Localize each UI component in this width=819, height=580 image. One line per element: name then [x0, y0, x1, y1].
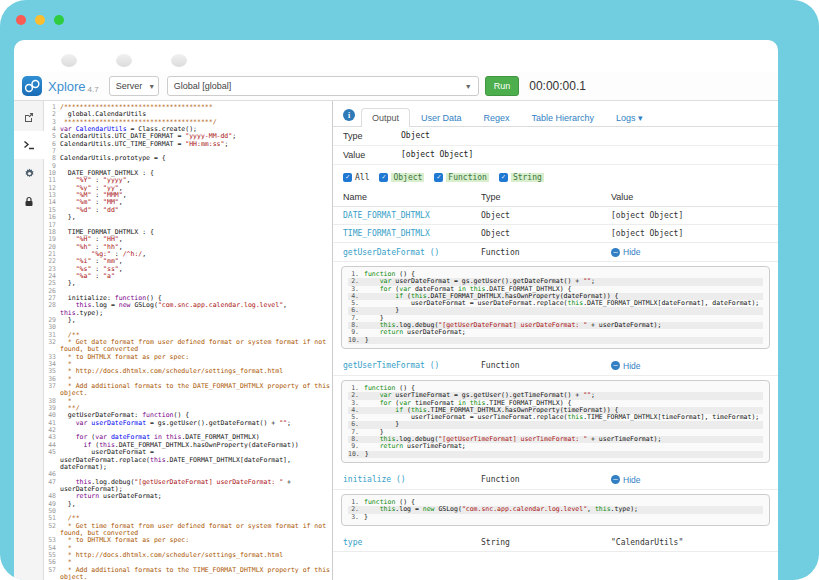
source-line: 6. }: [348, 421, 763, 428]
member-type: Function: [481, 248, 611, 257]
window-chrome: [14, 40, 778, 72]
close-window-button[interactable]: [16, 15, 26, 25]
code-line: 50: [46, 508, 332, 515]
filter-label: All: [355, 173, 369, 182]
code-line: 47 this.log.debug("[getUserDateFormat] u…: [46, 479, 332, 494]
open-in-new-window-button[interactable]: [14, 103, 44, 131]
target-select[interactable]: Server ▼: [109, 76, 159, 96]
code-line: 37 * Add additional formats to the DATE_…: [46, 383, 332, 398]
col-name: Name: [343, 192, 481, 202]
source-line: 9. return userTimeFormat;: [348, 443, 763, 450]
source-line: 2. this.log = new GSLog("com.snc.app.cal…: [348, 506, 763, 513]
chrome-dot-icon: [61, 54, 77, 67]
chevron-down-icon: ▼: [465, 83, 472, 90]
function-source-block: 1.function () {2. var userDateFormat = g…: [341, 266, 770, 349]
member-value: "CalendarUtils": [611, 538, 768, 547]
chrome-dot-icon: [171, 54, 187, 67]
table-row: getUserDateFormat ()Function–Hide: [333, 243, 778, 262]
code-line: 30: [46, 324, 332, 331]
member-name-link[interactable]: DATE_FORMAT_DHTMLX: [343, 211, 481, 220]
hide-code-link[interactable]: –Hide: [611, 361, 768, 371]
execution-timer: 00:00:00.1: [529, 79, 586, 93]
hide-code-link[interactable]: –Hide: [611, 247, 768, 257]
source-line: 10.}: [348, 337, 763, 344]
code-line: 16 },: [46, 214, 332, 221]
settings-gear-button[interactable]: [14, 159, 44, 187]
filter-all[interactable]: ✓All: [343, 173, 369, 182]
tab-user-data[interactable]: User Data: [410, 108, 473, 127]
browser-frame: Xplore 4.7 Server ▼ Global [global] ▼ Ru…: [0, 0, 819, 580]
code-line: 53 * to DHTMLX format as per spec:: [46, 537, 332, 544]
code-line: 33 * to DHTMLX format as per spec:: [46, 354, 332, 361]
source-line: 3.}: [348, 514, 763, 521]
table-row: initialize ()Function–Hide: [333, 471, 778, 490]
output-tabs: OutputUser DataRegexTable HierarchyLogs …: [361, 108, 654, 126]
summary-label: Type: [343, 131, 401, 141]
hide-code-link[interactable]: –Hide: [611, 475, 768, 485]
code-line: 45 userDateFormat = userDateFormat.repla…: [46, 449, 332, 471]
code-line: 48 return userDateFormat;: [46, 493, 332, 500]
lock-button[interactable]: [14, 187, 44, 215]
member-name-link[interactable]: getUserDateFormat (): [343, 248, 481, 257]
member-type: String: [481, 538, 611, 547]
summary-type: TypeObject: [333, 127, 778, 146]
code-line: 28 this.log = new GSLog("com.snc.app.cal…: [46, 302, 332, 317]
output-table-body: DATE_FORMAT_DHTMLXObject[object Object]T…: [333, 207, 778, 552]
filter-label: String: [511, 173, 544, 182]
results-panel: i OutputUser DataRegexTable HierarchyLog…: [333, 101, 778, 580]
tab-regex[interactable]: Regex: [473, 108, 521, 127]
screenshot-stage: Xplore 4.7 Server ▼ Global [global] ▼ Ru…: [0, 0, 819, 580]
checkbox-checked-icon[interactable]: ✓: [499, 173, 508, 182]
source-line: 9. return userDateFormat;: [348, 329, 763, 336]
filter-function[interactable]: ✓Function: [434, 173, 489, 182]
code-line: 32 * Get date format from user defined f…: [46, 339, 332, 354]
member-type: Function: [481, 475, 611, 484]
code-line: 55 * http://docs.dhtmlx.com/scheduler/se…: [46, 552, 332, 559]
info-icon[interactable]: i: [343, 109, 355, 121]
table-row: TIME_FORMAT_DHTMLXObject[object Object]: [333, 225, 778, 243]
main-content: 1/**************************************…: [14, 101, 778, 580]
tab-output[interactable]: Output: [361, 108, 410, 127]
output-tabbar: i OutputUser DataRegexTable HierarchyLog…: [333, 101, 778, 127]
member-value: [object Object]: [611, 211, 768, 220]
xplore-window: Xplore 4.7 Server ▼ Global [global] ▼ Ru…: [14, 40, 778, 580]
member-name-link[interactable]: getUserTimeFormat (): [343, 361, 481, 370]
code-line: 41 var userDateFormat = gs.getUser().get…: [46, 420, 332, 427]
scope-select[interactable]: Global [global] ▼: [167, 76, 479, 96]
app-toolbar: Xplore 4.7 Server ▼ Global [global] ▼ Ru…: [14, 72, 778, 101]
app-title: Xplore: [48, 79, 86, 94]
summary-rows: TypeObjectValue[object Object]: [333, 127, 778, 165]
summary-value: [object Object]: [401, 150, 768, 160]
filter-string[interactable]: ✓String: [499, 173, 544, 182]
table-row: getUserTimeFormat ()Function–Hide: [333, 357, 778, 376]
col-type: Type: [481, 192, 611, 202]
code-line: 24 "%a" : "a": [46, 273, 332, 280]
zoom-window-button[interactable]: [54, 15, 64, 25]
left-icon-sidebar: [14, 101, 44, 580]
code-line: 35 * http://docs.dhtmlx.com/scheduler/se…: [46, 368, 332, 375]
function-source-block: 1.function () {2. var userTimeFormat = g…: [341, 380, 770, 463]
console-tab-button[interactable]: [14, 131, 44, 159]
filter-label: Function: [446, 173, 489, 182]
script-editor[interactable]: 1/**************************************…: [44, 101, 332, 580]
tab-table-hierarchy[interactable]: Table Hierarchy: [521, 108, 606, 127]
run-button[interactable]: Run: [485, 76, 520, 96]
member-name-link[interactable]: initialize (): [343, 475, 481, 484]
member-type: Function: [481, 361, 611, 370]
checkbox-checked-icon[interactable]: ✓: [434, 173, 443, 182]
minus-circle-icon: –: [611, 361, 620, 370]
member-name-link[interactable]: TIME_FORMAT_DHTMLX: [343, 229, 481, 238]
tab-logs[interactable]: Logs ▾: [605, 108, 654, 127]
code-line: 15 "%d" : "dd": [46, 207, 332, 214]
minimize-window-button[interactable]: [35, 15, 45, 25]
code-line: 52 * Get time format from user defined f…: [46, 523, 332, 538]
checkbox-checked-icon[interactable]: ✓: [343, 173, 352, 182]
filter-object[interactable]: ✓Object: [379, 173, 424, 182]
summary-value: Object: [401, 131, 768, 141]
checkbox-checked-icon[interactable]: ✓: [379, 173, 388, 182]
chevron-down-icon: ▼: [148, 83, 155, 90]
member-type: Object: [481, 211, 611, 220]
member-name-link[interactable]: type: [343, 538, 481, 547]
app-version: 4.7: [88, 85, 99, 94]
target-select-value: Server: [116, 81, 143, 91]
